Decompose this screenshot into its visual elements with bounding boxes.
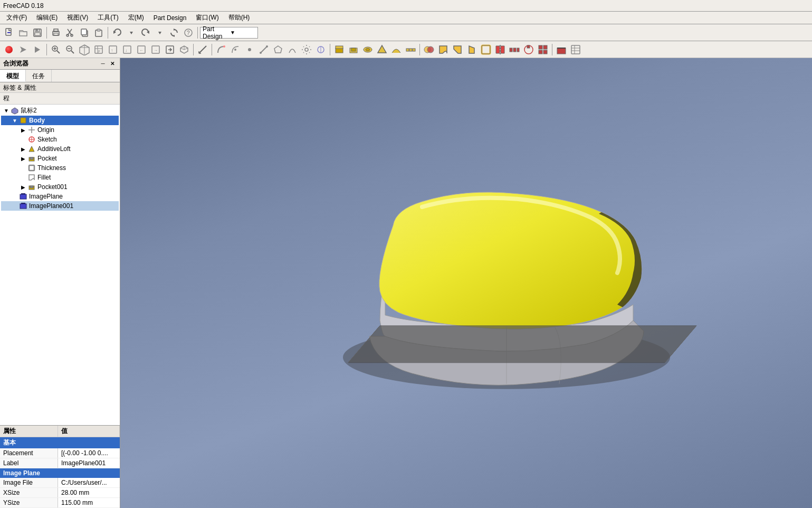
tree-item-pocket001[interactable]: ▶ Pocket001 [1, 182, 119, 192]
toggle-origin[interactable]: ▶ [19, 126, 27, 134]
tree-item-sketch[interactable]: Sketch [1, 135, 119, 144]
redo-dropdown[interactable] [153, 26, 167, 40]
toggle-mouse2[interactable]: ▼ [2, 107, 11, 115]
svg-marker-63 [274, 46, 282, 53]
svg-line-60 [261, 46, 267, 53]
multitransform-button[interactable] [536, 43, 550, 57]
svg-point-58 [234, 49, 236, 51]
view-home-button[interactable]: F [92, 43, 106, 57]
thickness-toolbar-button[interactable] [479, 43, 493, 57]
revolve-button[interactable] [361, 43, 375, 57]
sketch-button[interactable] [214, 43, 228, 57]
thickness-icon [27, 164, 36, 172]
tree-item-origin[interactable]: ▶ Origin [1, 125, 119, 135]
props-row-label: Label ImagePlane001 [0, 458, 120, 468]
toggle-pocket[interactable]: ▶ [19, 154, 27, 163]
view-back-button[interactable]: ↓ [120, 43, 134, 57]
tree-item-pocket[interactable]: ▶ Pocket [1, 154, 119, 163]
menu-macro[interactable]: 宏(M) [124, 12, 148, 23]
arrow-button[interactable] [16, 43, 30, 57]
svg-text:←: ← [139, 48, 144, 53]
fillet-button[interactable] [436, 43, 450, 57]
svg-point-62 [266, 45, 268, 48]
redo-button[interactable] [139, 26, 152, 40]
view-right-button[interactable] [163, 43, 177, 57]
copy-button[interactable] [78, 26, 91, 40]
undo-button[interactable] [110, 26, 124, 40]
zoom-out-button[interactable] [63, 43, 77, 57]
undo-dropdown[interactable] [125, 26, 138, 40]
loft-button[interactable] [375, 43, 389, 57]
pocket-button[interactable] [347, 43, 360, 57]
view-top-button[interactable]: ← [135, 43, 148, 57]
stop-button[interactable] [2, 43, 16, 57]
view-isometric-button[interactable] [177, 43, 191, 57]
open-button[interactable] [16, 26, 30, 40]
tab-model[interactable]: 模型 [0, 70, 26, 82]
zoom-fit-button[interactable] [49, 43, 63, 57]
sep4 [46, 44, 47, 55]
help-button[interactable]: ? [181, 26, 195, 40]
workbench-dropdown[interactable]: Part Design ▼ [200, 27, 258, 39]
tree-item-body[interactable]: ▼ Body [1, 116, 119, 125]
print-button[interactable] [49, 26, 63, 40]
constraint-button[interactable] [314, 43, 328, 57]
polygon-button[interactable] [271, 43, 285, 57]
gear-button[interactable] [300, 43, 313, 57]
save-button[interactable] [31, 26, 44, 40]
point-button[interactable] [243, 43, 256, 57]
toggle-loft[interactable]: ▶ [19, 145, 27, 153]
tree-item-imageplane[interactable]: ImagePlane [1, 192, 119, 201]
menu-tools[interactable]: 工具(T) [93, 12, 122, 23]
polarpattern-button[interactable] [522, 43, 536, 57]
main-area: 合浏览器 ─ ✕ 模型 任务 标签 & 属性 程 ▼ 鼠标 [0, 58, 812, 508]
refresh-button[interactable] [167, 26, 181, 40]
mirrored-button[interactable] [493, 43, 507, 57]
menu-edit[interactable]: 编辑(E) [32, 12, 62, 23]
cut-button[interactable] [63, 26, 77, 40]
menu-view[interactable]: 视图(V) [63, 12, 92, 23]
menu-file[interactable]: 文件(F) [2, 12, 31, 23]
boolean-button[interactable] [422, 43, 436, 57]
tree-item-fillet[interactable]: Fillet [1, 173, 119, 182]
menu-window[interactable]: 窗口(W) [192, 12, 223, 23]
tree-label-thickness: Thickness [37, 164, 66, 172]
tree-item-mouse2[interactable]: ▼ 鼠标2 [1, 106, 119, 116]
cube-view-button[interactable] [78, 43, 91, 57]
tree-item-additiveloft[interactable]: ▶ AdditiveLoft [1, 144, 119, 154]
tab-task[interactable]: 任务 [26, 70, 52, 82]
linearpattern-button[interactable] [508, 43, 521, 57]
toggle-pocket001[interactable]: ▶ [19, 183, 27, 191]
3d-viewport[interactable] [120, 58, 812, 508]
more-button[interactable] [404, 43, 417, 57]
spreadsheet-button[interactable] [569, 43, 582, 57]
paste-button[interactable] [92, 26, 106, 40]
line-button[interactable] [257, 43, 271, 57]
draft-button[interactable] [465, 43, 479, 57]
tree-item-imageplane001[interactable]: ImagePlane001 [1, 201, 119, 211]
svg-rect-86 [517, 48, 519, 52]
tree-item-thickness[interactable]: Thickness [1, 163, 119, 173]
pad-button[interactable] [332, 43, 346, 57]
sweep-button[interactable] [389, 43, 403, 57]
view-bottom-button[interactable]: → [149, 43, 163, 57]
app-title: FreeCAD 0.18 [3, 2, 44, 10]
menu-help[interactable]: 帮助(H) [224, 12, 254, 23]
3d-model [306, 157, 707, 400]
svg-marker-81 [496, 46, 500, 53]
props-key-ysize: YSize [0, 498, 58, 507]
view-front-button[interactable]: ↑ [106, 43, 120, 57]
combo-close-button[interactable]: ✕ [108, 60, 117, 68]
measure-button[interactable] [196, 43, 209, 57]
play-button[interactable] [31, 43, 44, 57]
circle-sketch-button[interactable] [228, 43, 242, 57]
origin-icon [27, 126, 36, 134]
section-cut-button[interactable] [555, 43, 568, 57]
new-button[interactable] [2, 26, 16, 40]
arc-button[interactable] [285, 43, 299, 57]
chamfer-button[interactable] [451, 43, 464, 57]
menu-partdesign[interactable]: Part Design [149, 13, 191, 23]
toggle-body[interactable]: ▼ [11, 116, 19, 125]
combo-minimize-button[interactable]: ─ [99, 60, 107, 68]
svg-line-33 [71, 51, 74, 53]
